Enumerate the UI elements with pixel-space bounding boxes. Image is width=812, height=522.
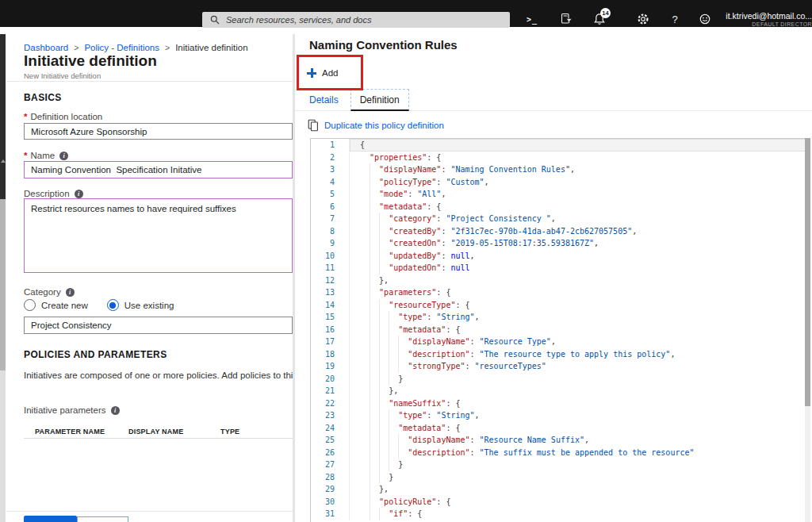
line-number: 23 bbox=[311, 409, 349, 422]
search-placeholder: Search resources, services, and docs bbox=[226, 15, 371, 25]
info-icon[interactable] bbox=[75, 190, 83, 198]
code-line: 30 "policyRule": { bbox=[311, 496, 810, 509]
code-line: 9 "createdOn": "2019-05-15T08:17:35.5938… bbox=[311, 237, 810, 250]
line-number: 24 bbox=[311, 422, 349, 435]
code-line: 1{ bbox=[311, 139, 810, 152]
settings-gear-icon[interactable] bbox=[637, 13, 649, 25]
info-icon[interactable] bbox=[111, 406, 120, 415]
code-line: 26 "description": "The suffix must be ap… bbox=[311, 447, 810, 459]
code-line: 3 "displayName": "Naming Convention Rule… bbox=[311, 163, 810, 176]
code-line: 24 "metadata": { bbox=[311, 422, 810, 435]
line-number: 8 bbox=[311, 225, 349, 238]
top-bar: Search resources, services, and docs bbox=[0, 0, 812, 27]
line-number: 3 bbox=[311, 163, 349, 176]
line-number: 31 bbox=[311, 508, 349, 520]
info-icon[interactable] bbox=[66, 288, 75, 297]
info-icon[interactable] bbox=[59, 152, 68, 160]
page-subtitle: New Initiative definition bbox=[24, 71, 101, 80]
line-number: 18 bbox=[311, 348, 349, 361]
code-line: 22 "nameSuffix": { bbox=[311, 397, 810, 410]
code-line: 31 "if": { bbox=[311, 508, 810, 520]
description-field[interactable]: Restrict resources names to have require… bbox=[24, 198, 293, 273]
code-line: 23 "type": "String", bbox=[311, 409, 810, 422]
code-line: 15 "type": "String", bbox=[311, 311, 810, 324]
divider bbox=[6, 511, 293, 512]
page-title: Initiative definition bbox=[24, 52, 157, 70]
duplicate-policy-link[interactable]: Duplicate this policy definition bbox=[308, 119, 444, 132]
line-number: 15 bbox=[311, 311, 349, 324]
code-line: 8 "createdBy": "2f31c7ec-970b-41da-ab47-… bbox=[311, 225, 810, 238]
description-label: Description bbox=[24, 189, 83, 198]
column-header: PARAMETER NAME bbox=[35, 428, 128, 436]
code-line: 18 "description": "The resource type to … bbox=[311, 348, 810, 361]
breadcrumb-item-dashboard[interactable]: Dashboard bbox=[24, 43, 68, 52]
line-number: 6 bbox=[311, 201, 349, 213]
code-line: 17 "displayName": "Resource Type", bbox=[311, 336, 810, 348]
user-directory: DEFAULT DIRECTOR bbox=[712, 21, 812, 27]
cancel-button[interactable] bbox=[77, 516, 128, 522]
notification-badge: 14 bbox=[600, 8, 611, 18]
code-line: 19 "strongType": "resourceTypes" bbox=[311, 360, 810, 373]
tab-definition[interactable]: Definition bbox=[350, 89, 409, 111]
name-label: Name bbox=[24, 151, 68, 160]
category-select[interactable]: Project Consistency bbox=[24, 317, 293, 334]
line-number: 26 bbox=[311, 447, 349, 459]
policies-description: Initiatives are composed of one or more … bbox=[24, 370, 293, 380]
divider bbox=[6, 81, 293, 82]
radio-label: Create new bbox=[41, 301, 88, 310]
directory-filter-icon[interactable] bbox=[560, 13, 573, 25]
help-icon[interactable]: ? bbox=[669, 13, 680, 25]
code-line: 7 "category": "Project Consistency ", bbox=[311, 213, 810, 225]
radio-circle bbox=[24, 299, 36, 311]
line-number: 16 bbox=[311, 324, 349, 336]
code-line: 20 } bbox=[311, 373, 810, 386]
add-button[interactable]: Add bbox=[307, 65, 338, 81]
line-number: 4 bbox=[311, 176, 349, 189]
search-icon bbox=[210, 15, 220, 25]
line-number: 9 bbox=[311, 237, 349, 250]
line-number: 27 bbox=[311, 459, 349, 471]
scroll-up-arrow-icon bbox=[1, 159, 6, 163]
copy-icon bbox=[308, 119, 319, 132]
left-rail-scrollbar[interactable] bbox=[0, 199, 6, 370]
account-info[interactable]: it.ktrivedi@hotmail.co... DEFAULT DIRECT… bbox=[712, 11, 812, 27]
scrollbar-thumb[interactable] bbox=[805, 138, 810, 406]
cloud-shell-icon[interactable]: >_ bbox=[527, 15, 538, 24]
code-line: 16 "metadata": { bbox=[311, 324, 810, 336]
name-field[interactable] bbox=[24, 161, 293, 178]
feedback-smiley-icon[interactable] bbox=[699, 13, 711, 25]
panel-title: Naming Convention Rules bbox=[309, 38, 458, 52]
category-radio-group: Create newUse existing bbox=[24, 299, 193, 311]
line-number: 21 bbox=[311, 385, 349, 397]
basics-heading: BASICS bbox=[24, 92, 62, 103]
initiative-definition-blade bbox=[6, 34, 293, 522]
breadcrumb-item-initiative-definition: Initiative definition bbox=[175, 43, 247, 52]
code-line: 11 "updatedOn": null bbox=[311, 262, 810, 274]
code-line: 29 }, bbox=[311, 483, 810, 496]
tab-details[interactable]: Details bbox=[309, 89, 339, 111]
code-line: 6 "metadata": { bbox=[311, 201, 810, 213]
plus-icon bbox=[307, 68, 316, 78]
search-input[interactable]: Search resources, services, and docs bbox=[202, 12, 510, 28]
code-line: 10 "updatedBy": null, bbox=[311, 250, 810, 263]
line-number: 19 bbox=[311, 360, 349, 373]
radio-create-new[interactable]: Create new bbox=[24, 299, 88, 311]
policies-heading: POLICIES AND PARAMETERS bbox=[24, 349, 167, 360]
azure-portal: { "topbar": { "search_placeholder": "Sea… bbox=[0, 0, 812, 522]
code-line: 4 "policyType": "Custom", bbox=[311, 176, 810, 189]
radio-use-existing[interactable]: Use existing bbox=[107, 299, 174, 311]
code-line: 25 "displayName": "Resource Name Suffix"… bbox=[311, 434, 810, 447]
line-number: 1 bbox=[311, 139, 349, 152]
divider bbox=[24, 438, 293, 439]
code-line: 28 } bbox=[311, 471, 810, 484]
category-label: Category bbox=[24, 287, 75, 297]
breadcrumb-item-policy-definitions[interactable]: Policy - Definitions bbox=[84, 43, 159, 52]
line-number: 25 bbox=[311, 434, 349, 447]
save-button[interactable] bbox=[24, 516, 77, 522]
radio-label: Use existing bbox=[124, 301, 174, 310]
policy-json-editor[interactable]: 1{2 "properties": {3 "displayName": "Nam… bbox=[310, 138, 810, 522]
line-number: 30 bbox=[311, 496, 349, 509]
editor-scrollbar[interactable] bbox=[805, 138, 810, 522]
definition-location-field[interactable] bbox=[24, 123, 293, 140]
parameters-table-header: PARAMETER NAMEDISPLAY NAMETYPE bbox=[35, 423, 239, 437]
